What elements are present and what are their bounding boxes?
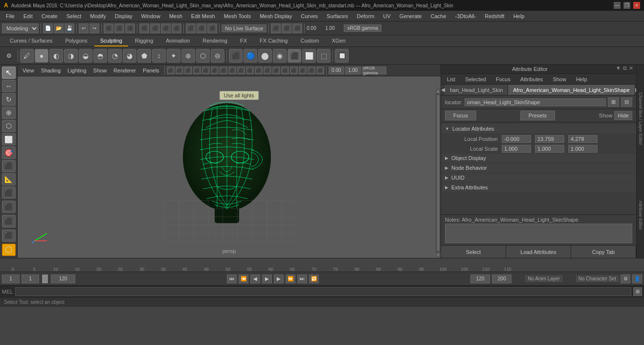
snap-point-icon[interactable]: ⬛ [161,23,171,33]
attr-tab-attributes[interactable]: Attributes [516,75,547,83]
ipr-icon[interactable]: ⬛ [197,23,206,33]
menu-help[interactable]: Help [510,12,529,20]
save-icon[interactable]: 💾 [65,23,74,33]
snap-surface-icon[interactable]: ⬛ [172,23,181,33]
tab-fx[interactable]: FX [234,35,253,46]
menu-edit-mesh[interactable]: Edit Mesh [187,12,219,20]
attr-editor-close[interactable]: ✕ [629,65,633,71]
script-editor-btn[interactable]: ⊞ [633,287,642,296]
attr-expand-btn[interactable]: ⊞ [608,97,619,107]
tab-custom[interactable]: Custom [295,35,325,46]
camera-tool-btn[interactable]: ⬛ [2,186,16,199]
gamma-scale-input[interactable] [345,67,361,74]
shelf-tool-16[interactable]: 🔵 [244,49,257,63]
copy-tab-btn[interactable]: Copy Tab [571,246,636,258]
menu-3dtoall[interactable]: -3DtoAll- [451,12,480,20]
rotate-tool-btn[interactable]: ↻ [2,93,16,105]
attr-tab-focus[interactable]: Focus [492,75,514,83]
load-attrs-btn[interactable]: Load Attributes [506,246,571,258]
lasso-icon[interactable]: ⬛ [114,23,124,33]
vp-icon-7[interactable]: ⬛ [220,67,227,74]
go-end-btn[interactable]: ⏭ [297,275,307,283]
local-scale-z[interactable] [568,145,598,153]
attr-locator-input[interactable] [465,98,606,106]
attr-tab-show[interactable]: Show [549,75,570,83]
total-frames-input[interactable] [492,275,511,283]
redo-icon[interactable]: ↪ [89,23,99,33]
shelf-tool-20[interactable]: ⬜ [302,49,316,63]
viewport-panels-menu[interactable]: Panels [140,67,162,74]
vp-icon-11[interactable]: ⬛ [255,67,263,74]
shelf-tool-3[interactable]: ◐ [49,49,63,63]
shelf-tool-14[interactable]: ⊖ [211,49,224,63]
viewport-scrollbar[interactable]: ▲ ▼ [436,88,441,258]
timeline-ruler[interactable]: 0 5 10 15 20 25 30 35 40 45 50 55 60 65 … [0,258,644,272]
attr-tab-selected[interactable]: Selected [461,75,490,83]
menu-file[interactable]: File [2,12,19,20]
attr-tab-help[interactable]: Help [572,75,591,83]
frame-start-input[interactable] [2,275,20,283]
channel-box-tab[interactable]: Channel Box / Layer Editor [638,89,643,149]
shelf-icon-settings[interactable]: ⚙ [2,49,16,63]
vp-icon-9[interactable]: ⬛ [237,67,245,74]
vp-icon-18[interactable]: ⬛ [316,67,324,74]
display-icon-3[interactable]: ⬛ [292,23,302,33]
scroll-down-arrow[interactable]: ▼ [436,252,441,258]
open-file-icon[interactable]: 📂 [54,23,64,33]
attr-editor-float[interactable]: ⧉ [623,65,627,71]
hide-button[interactable]: Hide [614,111,632,120]
viewport-lighting-menu[interactable]: Lighting [65,67,89,74]
vp-icon-3[interactable]: ⬛ [184,67,192,74]
attr-editor-tab[interactable]: Attribute Editor [638,197,643,234]
tab-curves-surfaces[interactable]: Curves / Surfaces [4,35,58,46]
uuid-header[interactable]: ▶ UUID [441,173,636,182]
measure-tool-btn[interactable]: 📐 [2,173,16,185]
attr-copy-btn[interactable]: ⊟ [621,97,632,107]
scroll-up-arrow[interactable]: ▲ [436,88,441,94]
shelf-tool-10[interactable]: ↕ [152,49,166,63]
paint-icon[interactable]: ⬛ [125,23,135,33]
menu-window[interactable]: Window [137,12,164,20]
shelf-tool-6[interactable]: ◓ [93,49,107,63]
menu-generate[interactable]: Generate [396,12,426,20]
menu-cache[interactable]: Cache [427,12,450,20]
extra-attrs-header[interactable]: ▶ Extra Attributes [441,183,636,192]
notes-text-box[interactable] [445,224,632,243]
shelf-tool-13[interactable]: ⬡ [196,49,210,63]
scroll-thumb[interactable] [437,95,440,251]
menu-mesh-display[interactable]: Mesh Display [256,12,296,20]
shelf-tool-21[interactable]: ⬚ [317,49,331,63]
next-frame-btn[interactable]: ▶ [274,275,284,283]
tab-rigging[interactable]: Rigging [129,35,159,46]
menu-modify[interactable]: Modify [86,12,110,20]
shelf-tool-19[interactable]: ⬛ [288,49,301,63]
local-pos-x[interactable] [502,135,531,143]
lasso-tool-btn[interactable]: 🎯 [2,146,16,159]
next-key-btn[interactable]: ⏩ [286,275,295,283]
gamma-mode-icon[interactable]: sRGB gamma [362,67,386,74]
universal-tool-btn[interactable]: ⬡ [2,120,16,132]
shelf-tool-4[interactable]: ◑ [64,49,78,63]
vp-icon-14[interactable]: ⬛ [281,67,289,74]
vp-icon-12[interactable]: ⬛ [264,67,271,74]
node-tab-2[interactable]: Afro_American_Woman_Head_Light_SkinShape [508,85,635,95]
new-file-icon[interactable]: 📄 [43,23,53,33]
render-settings-icon[interactable]: ⬛ [207,23,217,33]
menu-mesh-tools[interactable]: Mesh Tools [220,12,255,20]
vp-icon-10[interactable]: ⬛ [246,67,254,74]
menu-create[interactable]: Create [38,12,62,20]
move-tool-btn[interactable]: ↔ [2,80,16,92]
render-icon[interactable]: ⬛ [186,23,196,33]
node-tab-1[interactable]: han_Head_Light_Skin [445,85,508,95]
prev-key-btn[interactable]: ⏪ [239,275,248,283]
tab-sculpting[interactable]: Sculpting [94,35,128,46]
menu-edit[interactable]: Edit [20,12,37,20]
shelf-tool-15[interactable]: ⬛ [229,49,243,63]
frame-current-input[interactable] [22,275,39,283]
shelf-tool-17[interactable]: ⬤ [258,49,272,63]
local-scale-y[interactable] [535,145,564,153]
vp-icon-6[interactable]: ⬛ [211,67,219,74]
display-icon-2[interactable]: ⬛ [282,23,291,33]
vp-icon-4[interactable]: ⬛ [193,67,201,74]
viewport-view-menu[interactable]: View [20,67,37,74]
